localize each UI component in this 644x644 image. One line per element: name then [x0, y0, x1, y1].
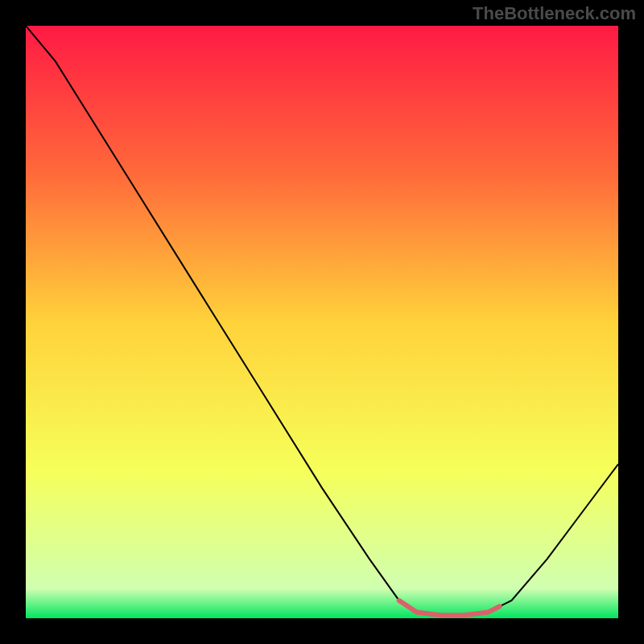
- chart-plot-area: [26, 26, 618, 618]
- watermark-text: TheBottleneck.com: [473, 3, 636, 24]
- bottleneck-chart: [26, 26, 618, 618]
- gradient-background: [26, 26, 618, 618]
